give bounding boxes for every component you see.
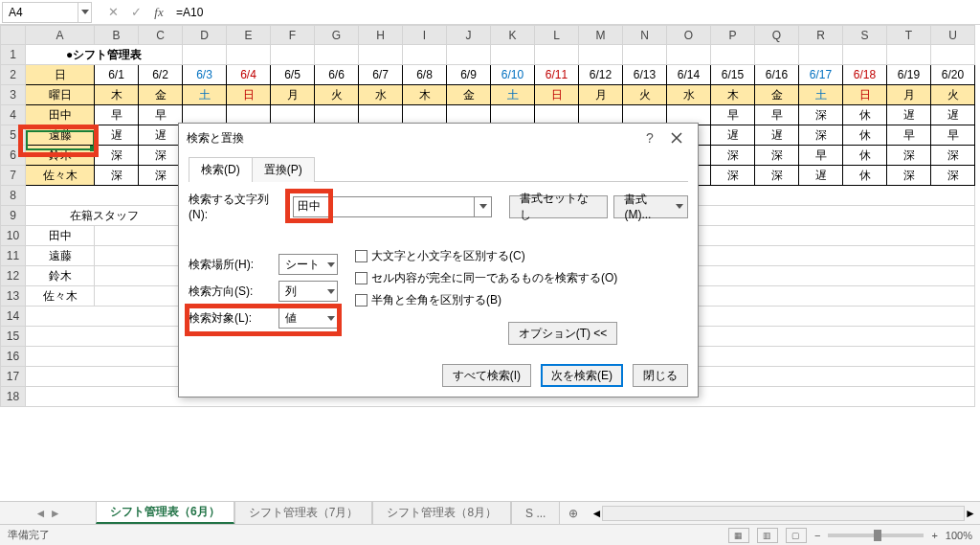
- cell[interactable]: 早: [887, 125, 931, 146]
- cell[interactable]: 深: [799, 105, 843, 125]
- formula-input[interactable]: =A10: [170, 2, 980, 23]
- cell[interactable]: 月: [579, 85, 623, 105]
- zoom-in-icon[interactable]: +: [931, 530, 937, 541]
- row-header[interactable]: 12: [1, 266, 26, 286]
- cell[interactable]: 土: [491, 85, 535, 105]
- dialog-titlebar[interactable]: 検索と置換 ?: [179, 124, 698, 152]
- cell[interactable]: 早: [711, 105, 755, 125]
- cell[interactable]: 木: [711, 85, 755, 105]
- row-header[interactable]: 9: [1, 206, 26, 226]
- checkbox-match-case[interactable]: [355, 250, 368, 262]
- cell[interactable]: 深: [931, 166, 975, 186]
- row-header[interactable]: 14: [1, 307, 26, 327]
- col-header[interactable]: Q: [755, 26, 799, 45]
- row-header[interactable]: 6: [1, 146, 26, 166]
- cell[interactable]: 遅: [755, 125, 799, 146]
- row-header[interactable]: 13: [1, 286, 26, 307]
- cell[interactable]: 6/3: [183, 65, 227, 85]
- cell[interactable]: 6/2: [139, 65, 183, 85]
- view-normal-icon[interactable]: ▦: [728, 528, 749, 543]
- col-header[interactable]: R: [799, 26, 843, 45]
- cell[interactable]: 早: [139, 105, 183, 125]
- cell[interactable]: 金: [755, 85, 799, 105]
- cell[interactable]: 月: [271, 85, 315, 105]
- find-what-dropdown[interactable]: [475, 196, 492, 217]
- col-header[interactable]: G: [315, 26, 359, 45]
- format-button[interactable]: 書式(M)...: [613, 195, 688, 218]
- view-pagelayout-icon[interactable]: ▥: [757, 528, 778, 543]
- row-header[interactable]: 8: [1, 186, 26, 206]
- row-header[interactable]: 15: [1, 327, 26, 347]
- cell[interactable]: 6/16: [755, 65, 799, 85]
- cell[interactable]: 遠藤: [26, 246, 95, 266]
- cell[interactable]: 月: [887, 85, 931, 105]
- no-format-button[interactable]: 書式セットなし: [509, 195, 609, 218]
- cell[interactable]: 遅: [711, 125, 755, 146]
- sheet-nav[interactable]: ◄ ►: [0, 502, 96, 524]
- options-button[interactable]: オプション(T) <<: [508, 322, 618, 345]
- cell[interactable]: 水: [667, 85, 711, 105]
- col-header[interactable]: E: [227, 26, 271, 45]
- cell[interactable]: 6/19: [887, 65, 931, 85]
- cell[interactable]: 深: [755, 166, 799, 186]
- col-header[interactable]: M: [579, 26, 623, 45]
- cell[interactable]: 6/4: [227, 65, 271, 85]
- within-select[interactable]: シート: [278, 254, 338, 275]
- row-header[interactable]: 10: [1, 226, 26, 246]
- cell[interactable]: 深: [711, 166, 755, 186]
- col-header[interactable]: B: [95, 26, 139, 45]
- cell[interactable]: 深: [95, 146, 139, 166]
- col-header[interactable]: H: [359, 26, 403, 45]
- cell[interactable]: 早: [755, 105, 799, 125]
- tab-replace[interactable]: 置換(P): [252, 157, 315, 182]
- cell[interactable]: 在籍スタッフ: [26, 206, 183, 226]
- cell[interactable]: 深: [711, 146, 755, 166]
- cell[interactable]: 6/7: [359, 65, 403, 85]
- cell[interactable]: 6/17: [799, 65, 843, 85]
- select-all-corner[interactable]: [1, 26, 26, 45]
- col-header[interactable]: J: [447, 26, 491, 45]
- look-in-select[interactable]: 値: [278, 307, 338, 329]
- search-direction-select[interactable]: 列: [278, 281, 338, 302]
- cell[interactable]: 6/1: [95, 65, 139, 85]
- checkbox-match-width[interactable]: [355, 294, 368, 307]
- cell[interactable]: 水: [359, 85, 403, 105]
- cell[interactable]: 木: [403, 85, 447, 105]
- cell[interactable]: 遅: [139, 125, 183, 146]
- row-header[interactable]: 11: [1, 246, 26, 266]
- cell[interactable]: 田中: [26, 226, 95, 246]
- col-header[interactable]: F: [271, 26, 315, 45]
- sheet-tab[interactable]: S ...: [511, 502, 560, 524]
- cell[interactable]: 深: [139, 146, 183, 166]
- fx-icon[interactable]: fx: [147, 3, 170, 22]
- row-header[interactable]: 5: [1, 125, 26, 146]
- cell[interactable]: 遅: [887, 105, 931, 125]
- zoom-slider[interactable]: [828, 534, 924, 537]
- zoom-level[interactable]: 100%: [946, 530, 972, 541]
- cell-selected[interactable]: 田中: [26, 105, 95, 125]
- cell[interactable]: 深: [95, 166, 139, 186]
- name-box-dropdown[interactable]: [78, 2, 92, 23]
- cell[interactable]: 佐々木: [26, 286, 95, 307]
- cell[interactable]: 6/5: [271, 65, 315, 85]
- cell-title[interactable]: ●シフト管理表: [26, 45, 183, 65]
- col-header[interactable]: P: [711, 26, 755, 45]
- sheet-tab-active[interactable]: シフト管理表（6月）: [96, 502, 234, 524]
- cell[interactable]: 6/12: [579, 65, 623, 85]
- cell[interactable]: 6/20: [931, 65, 975, 85]
- cell[interactable]: 6/6: [315, 65, 359, 85]
- cell[interactable]: 遅: [95, 125, 139, 146]
- cell[interactable]: 金: [139, 85, 183, 105]
- cell[interactable]: 深: [931, 146, 975, 166]
- cell[interactable]: 6/11: [535, 65, 579, 85]
- checkbox-match-whole[interactable]: [355, 272, 368, 284]
- cell[interactable]: 6/18: [843, 65, 887, 85]
- find-what-input[interactable]: 田中: [293, 196, 475, 217]
- row-header[interactable]: 1: [1, 45, 26, 65]
- col-header[interactable]: U: [931, 26, 975, 45]
- find-next-button[interactable]: 次を検索(E): [541, 364, 623, 387]
- cell[interactable]: 深: [755, 146, 799, 166]
- row-header[interactable]: 17: [1, 367, 26, 387]
- row-header[interactable]: 2: [1, 65, 26, 85]
- cell[interactable]: 6/13: [623, 65, 667, 85]
